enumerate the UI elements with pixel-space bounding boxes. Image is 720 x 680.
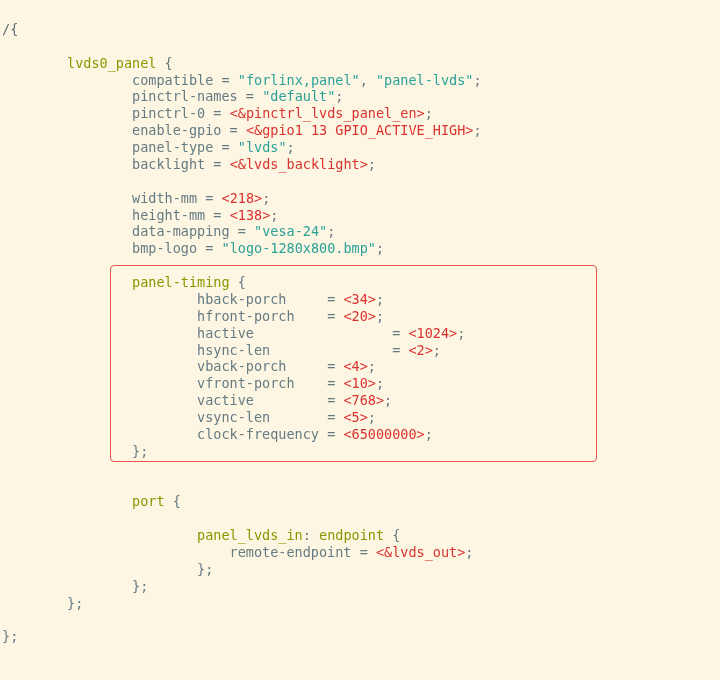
prop-bmp-logo-v: "logo-1280x800.bmp" [222, 240, 376, 256]
prop-enable-gpio-v: <&gpio1 13 GPIO_ACTIVE_HIGH> [246, 122, 474, 138]
code-block: /{ lvds0_panel { compatible = "forlinx,p… [0, 0, 720, 680]
prop-compatible-v2: "panel-lvds" [376, 72, 474, 88]
pt-hback-porch-k: hback-porch [197, 291, 286, 307]
prop-data-mapping-v: "vesa-24" [254, 223, 327, 239]
prop-compatible-k: compatible [132, 72, 213, 88]
node-lvds0: lvds0_panel [67, 55, 156, 71]
prop-pinctrl0-k: pinctrl-0 [132, 105, 205, 121]
prop-panel-type-k: panel-type [132, 139, 213, 155]
prop-pinctrl-names-k: pinctrl-names [132, 88, 238, 104]
pt-clock-freq-v: <65000000> [343, 426, 424, 442]
prop-remote-endpoint-k: remote-endpoint [230, 544, 352, 560]
prop-pinctrl0-v: <&pinctrl_lvds_panel_en> [230, 105, 425, 121]
pt-hsync-len-k: hsync-len [197, 342, 270, 358]
pt-vfront-porch-k: vfront-porch [197, 375, 295, 391]
pt-vfront-porch-v: <10> [343, 375, 376, 391]
prop-height-mm-k: height-mm [132, 207, 205, 223]
prop-height-mm-v: <138> [230, 207, 271, 223]
prop-backlight-v: <&lvds_backlight> [230, 156, 368, 172]
prop-enable-gpio-k: enable-gpio [132, 122, 221, 138]
node-panel-timing: panel-timing [132, 274, 230, 290]
pt-hactive-k: hactive [197, 325, 254, 341]
prop-width-mm-k: width-mm [132, 190, 197, 206]
prop-pinctrl-names-v: "default" [262, 88, 335, 104]
prop-bmp-logo-k: bmp-logo [132, 240, 197, 256]
pt-vactive-k: vactive [197, 392, 254, 408]
prop-remote-endpoint-v: <&lvds_out> [376, 544, 465, 560]
prop-panel-type-v: "lvds" [238, 139, 287, 155]
pt-hfront-porch-k: hfront-porch [197, 308, 295, 324]
node-port: port [132, 493, 165, 509]
pt-hfront-porch-v: <20> [343, 308, 376, 324]
label-panel-lvds-in: panel_lvds_in [197, 527, 303, 543]
root-open: /{ [2, 21, 18, 37]
root-close: }; [2, 628, 18, 644]
pt-hsync-len-v: <2> [408, 342, 432, 358]
prop-data-mapping-k: data-mapping [132, 223, 230, 239]
pt-hactive-v: <1024> [408, 325, 457, 341]
pt-vsync-len-v: <5> [343, 409, 367, 425]
node-endpoint: endpoint [319, 527, 384, 543]
prop-backlight-k: backlight [132, 156, 205, 172]
pt-vactive-v: <768> [343, 392, 384, 408]
prop-width-mm-v: <218> [222, 190, 263, 206]
pt-hback-porch-v: <34> [343, 291, 376, 307]
pt-vback-porch-v: <4> [343, 358, 367, 374]
pt-clock-freq-k: clock-frequency [197, 426, 319, 442]
pt-vsync-len-k: vsync-len [197, 409, 270, 425]
pt-vback-porch-k: vback-porch [197, 358, 286, 374]
prop-compatible-v1: "forlinx,panel" [238, 72, 360, 88]
